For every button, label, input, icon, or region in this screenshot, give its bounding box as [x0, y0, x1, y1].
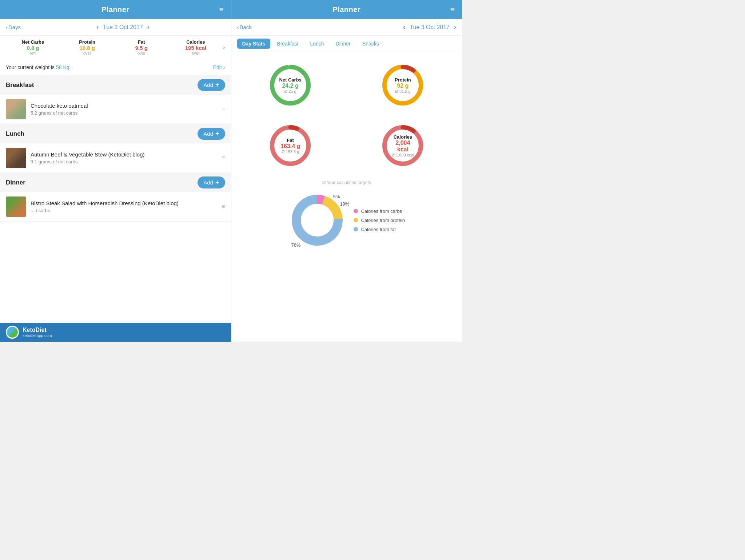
donut-fat: Fat 163.4 g Ø 153.8 g — [237, 118, 344, 173]
meal-image — [6, 196, 26, 217]
tab-dinner[interactable]: Dinner — [331, 39, 356, 49]
legend-item: Calories from carbs — [354, 208, 405, 214]
donut-calories: Calories 2,004 kcal Ø 1,809 kcal — [350, 118, 456, 173]
drag-handle-icon[interactable]: ≡ — [222, 106, 225, 112]
meal-header-dinner: Dinner Add + — [0, 173, 231, 192]
tab-snacks[interactable]: Snacks — [357, 39, 384, 49]
donut-label: Protein — [395, 77, 411, 83]
chevron-left-icon: ‹ — [237, 24, 239, 30]
meal-image-placeholder — [6, 148, 26, 168]
donut-wrapper: Calories 2,004 kcal Ø 1,809 kcal — [379, 122, 426, 169]
donut-label: Net Carbs — [279, 77, 301, 83]
weight-static-text: Your current weight is — [6, 64, 56, 70]
stats-expand-button[interactable]: › — [223, 44, 225, 51]
tab-day-stats[interactable]: Day Stats — [237, 39, 271, 49]
top-bar: Planner ≡ Planner ≡ — [0, 0, 462, 19]
stat-fat-label: Fat — [114, 39, 168, 45]
stat-net-carbs-sub: left — [6, 51, 60, 55]
add-label: Add — [203, 179, 213, 186]
left-hamburger-icon[interactable]: ≡ — [219, 5, 224, 14]
legend-dot — [354, 227, 358, 231]
next-date-button[interactable]: › — [147, 23, 150, 31]
days-back-button[interactable]: ‹ Days — [6, 24, 21, 30]
stat-protein-value: 10.8 g — [60, 45, 114, 51]
donut-net-carbs: Net Carbs 24.2 g Ø 25 g — [237, 58, 344, 112]
donut-value: 92 g — [395, 83, 411, 89]
left-panel: ‹ Days ‹ Tue 3 Oct 2017 › Net Carbs 0.8 … — [0, 19, 231, 342]
right-panel: ‹ Back ‹ Tue 3 Oct 2017 › Day StatsBreak… — [231, 19, 462, 342]
donut-center: Calories 2,004 kcal Ø 1,809 kcal — [391, 134, 415, 157]
left-nav-bar: ‹ Days ‹ Tue 3 Oct 2017 › — [0, 19, 231, 36]
legend-label: Calories from carbs — [361, 208, 402, 214]
stat-protein: Protein 10.8 g over — [60, 39, 114, 55]
right-hamburger-icon[interactable]: ≡ — [450, 5, 455, 14]
right-prev-date-button[interactable]: ‹ — [403, 23, 405, 31]
stat-net-carbs-label: Net Carbs — [6, 39, 60, 45]
legend-label: Calories from fat — [361, 227, 395, 232]
left-header-title: Planner — [101, 5, 130, 14]
stat-fat: Fat 9.5 g over — [114, 39, 168, 55]
days-label: Days — [8, 24, 21, 30]
donut-wrapper: Net Carbs 24.2 g Ø 25 g — [267, 61, 314, 109]
meal-item[interactable]: Bistro Steak Salad with Horseradish Dres… — [0, 192, 231, 222]
plus-icon: + — [215, 130, 219, 138]
donut-value: 163.4 g — [280, 143, 300, 150]
stat-calories: Calories 195 kcal over — [168, 39, 223, 55]
meal-item[interactable]: Autumn Beef & Vegetable Stew (KetoDiet b… — [0, 143, 231, 173]
logo-inner — [7, 327, 18, 338]
donut-center: Net Carbs 24.2 g Ø 25 g — [279, 77, 301, 94]
tab-breakfast[interactable]: Breakfast — [272, 39, 303, 49]
stat-fat-value: 9.5 g — [114, 45, 168, 51]
right-date: Tue 3 Oct 2017 — [410, 24, 450, 31]
donut-protein: Protein 92 g Ø 81.2 g — [350, 58, 456, 112]
back-button[interactable]: ‹ Back — [237, 24, 252, 30]
meal-sections: Breakfast Add + Chocolate keto oatmeal 5… — [0, 75, 231, 222]
meal-info: Chocolate keto oatmeal 5.2 grams of net … — [31, 103, 217, 116]
add-breakfast-button[interactable]: Add + — [198, 79, 225, 91]
meal-header-breakfast: Breakfast Add + — [0, 75, 231, 95]
donut-center: Protein 92 g Ø 81.2 g — [395, 77, 411, 94]
right-next-date-button[interactable]: › — [454, 23, 456, 31]
prev-date-button[interactable]: ‹ — [96, 23, 99, 31]
meal-image-placeholder — [6, 99, 26, 119]
targets-note: Ø Your calculated targets — [237, 180, 457, 185]
donut-grid: Net Carbs 24.2 g Ø 25 g Protein 92 g Ø 8… — [237, 58, 457, 173]
donut-wrapper: Fat 163.4 g Ø 153.8 g — [267, 122, 314, 169]
donut-avg: Ø 153.8 g — [280, 150, 300, 154]
drag-handle-icon[interactable]: ≡ — [222, 203, 225, 210]
stat-calories-sub: over — [168, 51, 223, 55]
drag-handle-icon[interactable]: ≡ — [222, 155, 225, 161]
donut-avg: Ø 81.2 g — [395, 89, 411, 94]
meal-carbs: ... t carbs — [31, 208, 217, 213]
stat-protein-label: Protein — [60, 39, 114, 45]
add-lunch-button[interactable]: Add + — [198, 128, 225, 140]
pie-chart-wrapper: 5% 19% 76% — [288, 191, 346, 249]
left-date: Tue 3 Oct 2017 — [103, 24, 143, 31]
meal-item[interactable]: Chocolate keto oatmeal 5.2 grams of net … — [0, 95, 231, 124]
main-content: ‹ Days ‹ Tue 3 Oct 2017 › Net Carbs 0.8 … — [0, 19, 462, 342]
tab-lunch[interactable]: Lunch — [305, 39, 329, 49]
chevron-right-icon: › — [223, 64, 225, 70]
stat-calories-value: 195 kcal — [168, 45, 223, 51]
edit-label: Edit — [213, 64, 222, 70]
meal-title-breakfast: Breakfast — [6, 82, 34, 89]
meal-image — [6, 99, 26, 119]
stat-calories-label: Calories — [168, 39, 223, 45]
legend-item: Calories from fat — [354, 227, 405, 232]
legend-label: Calories from protein — [361, 218, 405, 223]
legend-dot — [354, 218, 358, 222]
meal-image — [6, 148, 26, 168]
edit-weight-button[interactable]: Edit › — [213, 64, 225, 70]
logo-circle — [6, 326, 19, 339]
donut-avg: Ø 25 g — [279, 89, 301, 94]
meal-name: Bistro Steak Salad with Horseradish Dres… — [31, 200, 217, 206]
logo-text: KetoDiet ketodietapp.com — [23, 327, 52, 338]
add-dinner-button[interactable]: Add + — [198, 176, 225, 188]
donut-value: 24.2 g — [279, 83, 301, 89]
back-label: Back — [240, 24, 252, 30]
donut-avg: Ø 1,809 kcal — [391, 153, 415, 157]
pie-legend: Calories from carbs Calories from protei… — [354, 208, 405, 232]
plus-icon: + — [215, 179, 219, 186]
stat-net-carbs-value: 0.8 g — [6, 45, 60, 51]
meal-title-lunch: Lunch — [6, 130, 24, 138]
